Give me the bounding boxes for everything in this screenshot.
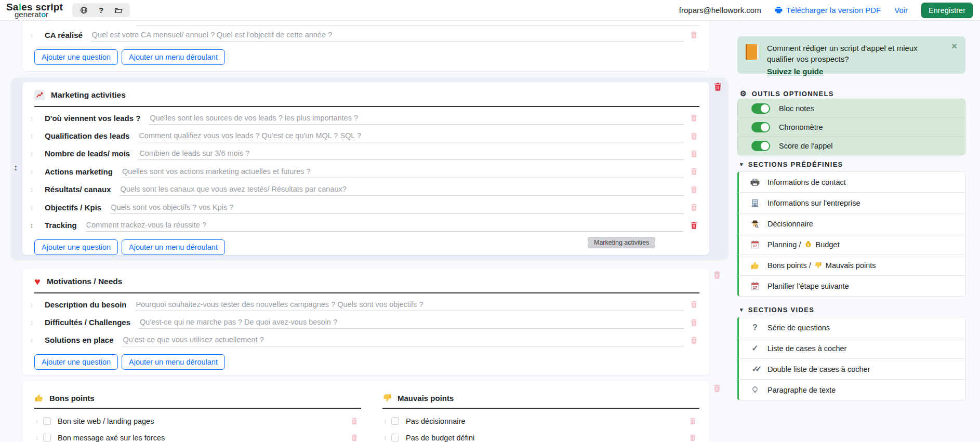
logo-text: r [46, 10, 48, 19]
open-folder-icon[interactable] [114, 6, 123, 15]
predefined-sections-header[interactable]: ▾ SECTIONS PRÉDÉFINIES [740, 160, 843, 168]
delete-question-icon[interactable] [690, 114, 698, 122]
delete-question-icon[interactable] [690, 203, 698, 211]
column-title: Mauvais points [398, 394, 454, 403]
sidebar-item-informations-contact[interactable]: Informations de contact [737, 171, 965, 193]
drag-handle-icon[interactable]: ↕ [34, 434, 39, 441]
save-button[interactable]: Enregistrer [921, 3, 973, 18]
section-title: Motivations / Needs [47, 277, 123, 286]
drag-handle-icon[interactable]: ↕ [28, 301, 35, 309]
empty-sections-header[interactable]: ▾ SECTIONS VIDES [740, 306, 814, 314]
delete-item-icon[interactable] [689, 417, 696, 425]
heart-icon: ♥ [34, 276, 41, 287]
question-input[interactable] [138, 147, 684, 160]
delete-item-icon[interactable] [689, 434, 696, 441]
chart-increasing-icon [34, 90, 45, 100]
sidebar-item-planning-budget[interactable]: 17 Planning / $ Budget [737, 234, 965, 255]
question-input[interactable] [110, 201, 684, 214]
checkbox[interactable] [391, 417, 399, 425]
checklist-row: ↕ Bon site web / landing pages [34, 413, 361, 428]
checkbox[interactable] [391, 434, 399, 441]
question-input[interactable] [85, 219, 684, 232]
logo-text: generat [15, 10, 41, 19]
delete-question-icon[interactable] [690, 185, 698, 194]
delete-question-icon[interactable] [690, 336, 698, 344]
app-logo: Sales script generator [6, 2, 63, 18]
toggle-switch-on[interactable] [751, 122, 770, 132]
sidebar-item-liste-cases[interactable]: ✓ Liste de cases à cocher [737, 338, 965, 359]
drag-handle-icon[interactable]: ↕ [28, 150, 35, 157]
sidebar-item-paragraphe-texte[interactable]: Paragraphe de texte [737, 379, 965, 400]
language-globe-icon[interactable] [80, 6, 88, 15]
sidebar-item-serie-questions[interactable]: ? Série de questions [737, 317, 965, 338]
help-icon[interactable]: ? [99, 6, 103, 15]
toggle-row-score-appel[interactable]: Score de l'appel [737, 136, 965, 155]
question-label: CA réalisé [45, 31, 83, 39]
checkbox[interactable] [43, 417, 51, 425]
delete-item-icon[interactable] [351, 417, 358, 425]
question-input[interactable] [120, 183, 684, 196]
delete-question-icon[interactable] [690, 318, 698, 327]
add-dropdown-button[interactable]: Ajouter un menu déroulant [122, 49, 225, 65]
drag-handle-icon[interactable]: ↕ [34, 418, 39, 425]
question-input[interactable] [149, 112, 684, 125]
toggle-switch-on[interactable] [751, 141, 770, 151]
delete-question-icon[interactable] [690, 132, 698, 140]
delete-section-icon[interactable] [713, 384, 721, 393]
question-input[interactable] [91, 29, 684, 42]
delete-question-icon[interactable] [690, 150, 698, 158]
delete-question-icon[interactable] [690, 31, 698, 39]
drag-handle-icon[interactable]: ↕ [28, 114, 35, 122]
download-pdf-link[interactable]: Télécharger la version PDF [775, 6, 881, 15]
delete-section-icon[interactable] [713, 82, 722, 91]
sidebar-item-bons-mauvais-points[interactable]: Bons points / Mauvais points [737, 255, 965, 276]
delete-section-icon[interactable] [713, 271, 721, 279]
delete-question-icon[interactable] [690, 221, 698, 230]
toggle-row-bloc-notes[interactable]: Bloc notes [737, 99, 965, 118]
drag-handle-icon[interactable]: ↕ [28, 31, 35, 39]
question-input[interactable] [135, 298, 684, 311]
checklist-row: ↕ Pas décisionnaire [382, 413, 699, 428]
toggle-switch-on[interactable] [751, 103, 770, 114]
sidebar-item-double-liste-cases[interactable]: ✓✓ Double liste de cases à cocher [737, 358, 965, 380]
drag-handle-icon[interactable]: ↕ [28, 336, 35, 344]
drag-handle-icon[interactable]: ↕ [28, 185, 35, 193]
logo-accent: o [41, 10, 46, 19]
section-divider [34, 106, 699, 107]
add-question-button[interactable]: Ajouter une question [34, 354, 118, 370]
sidebar-item-decisionnaire[interactable]: Décisionnaire [737, 213, 965, 234]
drag-handle-icon[interactable]: ↕ [28, 221, 35, 229]
checkbox[interactable] [43, 434, 51, 441]
empty-sections-list: ? Série de questions ✓ Liste de cases à … [737, 317, 965, 400]
view-link[interactable]: Voir [894, 6, 908, 15]
question-row: ↕ CA réalisé [22, 27, 709, 43]
question-input[interactable] [138, 129, 684, 142]
chevron-down-icon[interactable]: ▾ [740, 161, 744, 168]
add-dropdown-button[interactable]: Ajouter un menu déroulant [122, 239, 225, 255]
delete-question-icon[interactable] [690, 300, 698, 309]
toggle-row-chronometre[interactable]: Chronomètre [737, 117, 965, 137]
sidebar-item-planifier-etape[interactable]: 17 Planifier l'étape suivante [737, 275, 965, 297]
drag-handle-icon[interactable]: ↕ [28, 168, 35, 176]
delete-question-icon[interactable] [690, 167, 698, 176]
question-input[interactable] [121, 165, 684, 178]
delete-item-icon[interactable] [351, 434, 358, 441]
question-input[interactable] [122, 333, 684, 346]
drag-handle-icon[interactable]: ↕ [382, 434, 388, 441]
drag-handle-icon[interactable]: ↕ [28, 318, 35, 326]
guide-link[interactable]: Suivez le guide [767, 67, 823, 76]
close-icon[interactable]: × [951, 41, 957, 52]
add-question-button[interactable]: Ajouter une question [34, 49, 118, 65]
add-dropdown-button[interactable]: Ajouter un menu déroulant [122, 354, 225, 370]
thumbs-down-icon [382, 393, 392, 403]
question-input[interactable] [139, 316, 684, 329]
section-drag-handle-icon[interactable]: ↕ [14, 163, 18, 172]
drag-handle-icon[interactable]: ↕ [382, 418, 388, 425]
drag-handle-icon[interactable]: ↕ [28, 132, 35, 140]
checklist-label: Bon message axé sur les forces [58, 434, 165, 442]
bad-points-column: Mauvais points ↕ Pas décisionnaire ↕ Pas… [382, 392, 699, 442]
sidebar-item-informations-entreprise[interactable]: Informations sur l'entreprise [737, 192, 965, 213]
drag-handle-icon[interactable]: ↕ [28, 204, 35, 211]
chevron-down-icon[interactable]: ▾ [740, 306, 744, 313]
add-question-button[interactable]: Ajouter une question [34, 239, 118, 255]
